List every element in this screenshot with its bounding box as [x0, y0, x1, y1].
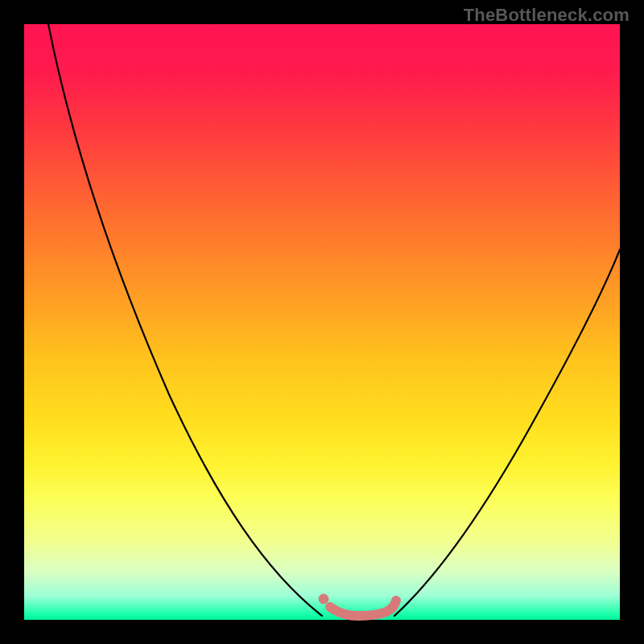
right-branch-curve [394, 250, 620, 616]
valley-stroke [330, 601, 396, 616]
chart-frame: TheBottleneck.com [0, 0, 644, 644]
valley-marker-group [319, 594, 396, 616]
left-branch-curve [48, 24, 322, 616]
plot-area [24, 24, 620, 620]
curve-layer [24, 24, 620, 620]
valley-dot [319, 594, 328, 604]
watermark-text: TheBottleneck.com [464, 5, 630, 26]
